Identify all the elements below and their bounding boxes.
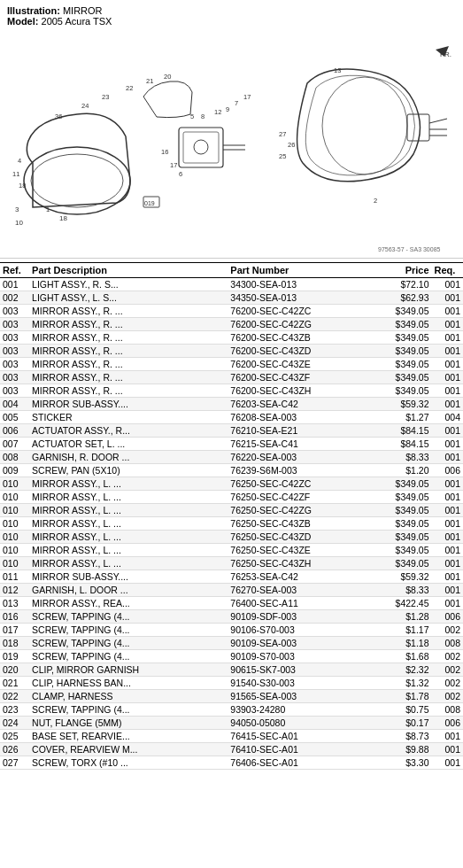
cell-ref: 020: [0, 663, 29, 677]
svg-text:2: 2: [374, 197, 377, 205]
table-row: 022CLAMP, HARNESS91565-SEA-003$1.78002: [0, 690, 463, 703]
cell-req: 001: [432, 305, 463, 318]
cell-req: 001: [432, 398, 463, 411]
model-label: Model: 2005 Acura TSX: [7, 16, 456, 27]
cell-ref: 003: [0, 345, 29, 358]
cell-req: 001: [432, 730, 463, 743]
svg-text:10: 10: [15, 219, 23, 227]
table-header-row: Ref. Part Description Part Number Price …: [0, 263, 463, 278]
cell-part-number: 76250-SEC-C43ZB: [228, 517, 374, 531]
cell-ref: 004: [0, 398, 29, 411]
cell-price: $3.30: [374, 756, 432, 770]
cell-desc: MIRROR ASSY., R. ...: [29, 384, 228, 398]
cell-price: $349.05: [374, 517, 432, 531]
cell-desc: GARNISH, R. DOOR ...: [29, 451, 228, 464]
cell-ref: 026: [0, 743, 29, 756]
svg-point-0: [24, 147, 130, 214]
cell-part-number: 76210-SEA-E21: [228, 424, 374, 438]
cell-price: $59.32: [374, 570, 432, 584]
cell-ref: 022: [0, 690, 29, 703]
svg-text:18: 18: [19, 182, 26, 190]
cell-price: $2.32: [374, 663, 432, 677]
cell-ref: 018: [0, 637, 29, 650]
model-prefix: Model:: [7, 16, 38, 27]
table-row: 010MIRROR ASSY., L. ...76250-SEC-C43ZH$3…: [0, 557, 463, 570]
svg-text:019: 019: [144, 200, 155, 206]
cell-part-number: 76250-SEC-C42ZG: [228, 504, 374, 517]
cell-desc: MIRROR ASSY., REA...: [29, 597, 228, 610]
diagram-area: 3 10 18 FR. 36 24 23 22 21 20 5: [0, 28, 463, 259]
cell-part-number: 76200-SEC-C42ZG: [228, 318, 374, 331]
cell-part-number: 76253-SEA-C42: [228, 570, 374, 584]
cell-part-number: 76400-SEC-A11: [228, 597, 374, 610]
table-row: 013MIRROR ASSY., REA...76400-SEC-A11$422…: [0, 597, 463, 610]
cell-desc: ACTUATOR SET, L. ...: [29, 438, 228, 451]
svg-text:5: 5: [190, 112, 194, 120]
cell-part-number: 76200-SEC-C43ZD: [228, 345, 374, 358]
svg-text:11: 11: [12, 170, 19, 178]
cell-price: $422.45: [374, 597, 432, 610]
table-row: 003MIRROR ASSY., R. ...76200-SEC-C42ZG$3…: [0, 318, 463, 331]
cell-ref: 025: [0, 730, 29, 743]
svg-point-7: [194, 140, 208, 154]
cell-req: 001: [432, 570, 463, 584]
cell-price: $1.32: [374, 677, 432, 690]
cell-price: $1.28: [374, 610, 432, 624]
cell-req: 008: [432, 637, 463, 650]
illustration-label: Illustration: MIRROR: [7, 5, 456, 16]
table-row: 006ACTUATOR ASSY., R...76210-SEA-E21$84.…: [0, 424, 463, 438]
cell-part-number: 76208-SEA-003: [228, 411, 374, 424]
cell-price: $349.05: [374, 477, 432, 491]
cell-part-number: 76239-S6M-003: [228, 464, 374, 477]
table-row: 027SCREW, TORX (#10 ...76406-SEC-A01$3.3…: [0, 756, 463, 770]
svg-text:23: 23: [102, 93, 109, 101]
cell-price: $349.05: [374, 345, 432, 358]
svg-text:17: 17: [170, 161, 177, 169]
cell-desc: MIRROR ASSY., R. ...: [29, 331, 228, 345]
cell-part-number: 90109-SDF-003: [228, 610, 374, 624]
table-row: 025BASE SET, REARVIE...76415-SEC-A01$8.7…: [0, 730, 463, 743]
svg-text:12: 12: [214, 108, 221, 116]
cell-ref: 010: [0, 544, 29, 557]
cell-ref: 010: [0, 491, 29, 504]
cell-req: 001: [432, 477, 463, 491]
svg-point-10: [322, 77, 407, 174]
cell-req: 001: [432, 278, 463, 291]
cell-req: 001: [432, 531, 463, 544]
svg-text:21: 21: [146, 77, 153, 85]
cell-price: $62.93: [374, 291, 432, 305]
cell-part-number: 76203-SEA-C42: [228, 398, 374, 411]
model-name: 2005 Acura TSX: [42, 16, 112, 27]
cell-req: 001: [432, 345, 463, 358]
page-header: Illustration: MIRROR Model: 2005 Acura T…: [0, 0, 463, 28]
col-header-req: Req.: [432, 263, 463, 278]
cell-req: 002: [432, 677, 463, 690]
cell-price: $0.75: [374, 703, 432, 717]
cell-ref: 003: [0, 331, 29, 345]
cell-price: $349.05: [374, 331, 432, 345]
cell-req: 001: [432, 318, 463, 331]
cell-req: 001: [432, 504, 463, 517]
cell-price: $1.27: [374, 411, 432, 424]
cell-ref: 013: [0, 597, 29, 610]
svg-text:20: 20: [164, 73, 171, 81]
cell-part-number: 93903-24280: [228, 703, 374, 717]
cell-desc: COVER, REARVIEW M...: [29, 743, 228, 756]
cell-price: $349.05: [374, 358, 432, 371]
cell-part-number: 76406-SEC-A01: [228, 756, 374, 770]
cell-desc: SCREW, TAPPING (4...: [29, 610, 228, 624]
cell-desc: MIRROR ASSY., L. ...: [29, 557, 228, 570]
table-row: 007ACTUATOR SET, L. ...76215-SEA-C41$84.…: [0, 438, 463, 451]
svg-point-1: [31, 154, 123, 207]
cell-desc: ACTUATOR ASSY., R...: [29, 424, 228, 438]
cell-req: 001: [432, 743, 463, 756]
cell-req: 001: [432, 756, 463, 770]
cell-desc: MIRROR SUB-ASSY....: [29, 570, 228, 584]
cell-ref: 009: [0, 464, 29, 477]
cell-ref: 010: [0, 477, 29, 491]
table-row: 003MIRROR ASSY., R. ...76200-SEC-C43ZE$3…: [0, 358, 463, 371]
svg-text:3: 3: [15, 205, 19, 213]
cell-desc: SCREW, TAPPING (4...: [29, 650, 228, 663]
table-row: 023SCREW, TAPPING (4...93903-24280$0.750…: [0, 703, 463, 717]
cell-desc: MIRROR ASSY., L. ...: [29, 477, 228, 491]
